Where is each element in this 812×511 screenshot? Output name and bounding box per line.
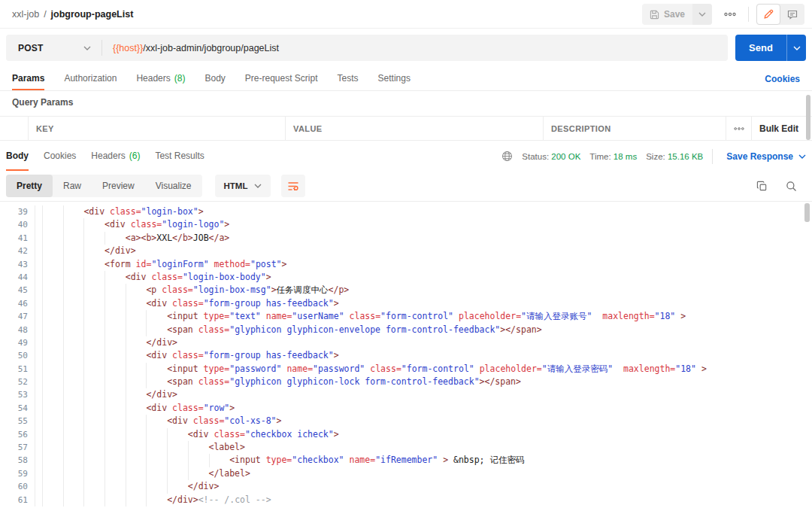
code-line: 40<div class="login-logo"> bbox=[0, 218, 812, 231]
line-number: 49 bbox=[0, 336, 35, 349]
save-button[interactable]: Save bbox=[642, 4, 692, 25]
column-header-key[interactable]: KEY bbox=[29, 117, 286, 140]
response-tab-test-results-label: Test Results bbox=[155, 151, 204, 161]
line-number: 61 bbox=[0, 494, 35, 506]
breadcrumb-collection[interactable]: xxl-job bbox=[12, 9, 39, 20]
tab-headers[interactable]: Headers(8) bbox=[136, 66, 185, 90]
breadcrumb-request-name[interactable]: jobgroup-pageList bbox=[51, 9, 134, 20]
tab-headers-label: Headers bbox=[136, 73, 170, 84]
response-tab-headers-label: Headers bbox=[91, 151, 125, 161]
breadcrumb-separator: / bbox=[44, 9, 46, 20]
bulk-edit-button[interactable]: Bulk Edit bbox=[752, 117, 812, 140]
response-section-header: Body Cookies Headers(6) Test Results Sta… bbox=[0, 141, 812, 171]
line-number: 55 bbox=[0, 415, 35, 427]
code-line: 45<p class="login-box-msg">任务调度中心</p> bbox=[0, 284, 812, 297]
response-tab-cookies[interactable]: Cookies bbox=[44, 141, 76, 171]
column-header-value[interactable]: VALUE bbox=[286, 117, 544, 140]
response-tab-body[interactable]: Body bbox=[6, 141, 29, 171]
tab-settings[interactable]: Settings bbox=[378, 66, 411, 90]
code-line: 49</div> bbox=[0, 336, 812, 349]
save-response-button[interactable]: Save Response bbox=[726, 151, 806, 162]
code-line: 39<div class="login-box"> bbox=[0, 205, 812, 218]
tab-params[interactable]: Params bbox=[12, 66, 44, 90]
response-meta: Status: 200 OK Time: 18 ms Size: 15.16 K… bbox=[501, 141, 806, 171]
pencil-icon bbox=[763, 9, 774, 20]
language-dropdown[interactable]: HTML bbox=[215, 175, 271, 197]
send-options-button[interactable] bbox=[786, 35, 806, 61]
line-number: 57 bbox=[0, 441, 35, 454]
response-tab-test-results[interactable]: Test Results bbox=[155, 141, 204, 171]
column-value-label: VALUE bbox=[293, 124, 322, 133]
tab-tests[interactable]: Tests bbox=[338, 66, 359, 90]
send-button[interactable]: Send bbox=[735, 35, 786, 61]
cookies-link[interactable]: Cookies bbox=[765, 66, 800, 91]
save-button-group: Save bbox=[642, 4, 712, 25]
scrollbar-thumb[interactable] bbox=[806, 95, 810, 140]
view-preview-button[interactable]: Preview bbox=[92, 175, 145, 197]
code-line: 51<input type="password" name="password"… bbox=[0, 363, 812, 376]
view-pretty-button[interactable]: Pretty bbox=[6, 175, 53, 197]
tab-tests-label: Tests bbox=[338, 73, 359, 84]
line-wrap-button[interactable] bbox=[281, 175, 305, 197]
code-line: 58<input type="checkbox" name="ifRemembe… bbox=[0, 454, 812, 467]
url-input[interactable]: {{host}}/xxl-job-admin/jobgroup/pageList bbox=[102, 43, 279, 53]
method-selector[interactable]: POST bbox=[6, 35, 102, 61]
line-number: 44 bbox=[0, 271, 35, 284]
bulk-edit-label: Bulk Edit bbox=[759, 123, 798, 134]
status-badge: Status: 200 OK bbox=[522, 152, 580, 161]
headers-count-badge: (8) bbox=[174, 73, 186, 84]
tab-pre-request-label: Pre-request Script bbox=[245, 73, 318, 84]
chevron-down-icon bbox=[254, 184, 262, 188]
chevron-down-icon bbox=[83, 46, 91, 50]
postman-app: xxl-job / jobgroup-pageList Save bbox=[0, 0, 812, 511]
code-scrollbar-thumb[interactable] bbox=[804, 203, 810, 222]
tab-pre-request-script[interactable]: Pre-request Script bbox=[245, 66, 318, 90]
save-response-label: Save Response bbox=[726, 151, 793, 162]
line-number: 50 bbox=[0, 349, 35, 362]
url-bar: POST {{host}}/xxl-job-admin/jobgroup/pag… bbox=[6, 35, 728, 61]
code-line: 60</div> bbox=[0, 480, 812, 493]
right-pane-toggle-group bbox=[756, 4, 804, 25]
documentation-edit-button[interactable] bbox=[756, 4, 780, 25]
response-body-actions bbox=[756, 171, 797, 201]
search-icon[interactable] bbox=[786, 181, 797, 192]
network-globe-icon[interactable] bbox=[501, 151, 513, 162]
response-tab-headers[interactable]: Headers(6) bbox=[91, 141, 140, 171]
code-line: 42</div> bbox=[0, 245, 812, 257]
line-number: 43 bbox=[0, 258, 35, 271]
more-options-button[interactable] bbox=[720, 4, 741, 25]
comments-button[interactable] bbox=[780, 4, 804, 25]
response-tabs: Body Cookies Headers(6) Test Results bbox=[6, 141, 205, 171]
view-raw-label: Raw bbox=[63, 181, 81, 191]
column-header-description[interactable]: DESCRIPTION bbox=[544, 117, 726, 140]
line-number: 56 bbox=[0, 428, 35, 441]
line-number: 59 bbox=[0, 467, 35, 480]
tab-body-label: Body bbox=[205, 73, 225, 84]
query-params-title: Query Params bbox=[12, 97, 73, 108]
line-number: 60 bbox=[0, 480, 35, 493]
time-badge: Time: 18 ms bbox=[589, 152, 637, 161]
code-line: 44<div class="login-box-body"> bbox=[0, 271, 812, 284]
line-number: 42 bbox=[0, 245, 35, 257]
save-options-button[interactable] bbox=[692, 4, 712, 25]
tab-body[interactable]: Body bbox=[205, 66, 225, 90]
text-wrap-icon bbox=[287, 181, 299, 191]
size-badge: Size: 15.16 KB bbox=[646, 152, 703, 161]
topbar-actions: Save bbox=[642, 4, 804, 25]
url-variable: {{host}} bbox=[113, 43, 143, 53]
language-label: HTML bbox=[224, 181, 248, 190]
view-visualize-button[interactable]: Visualize bbox=[145, 175, 202, 197]
view-visualize-label: Visualize bbox=[156, 181, 192, 191]
tab-authorization[interactable]: Authorization bbox=[64, 66, 117, 90]
code-line: 41<a><b>XXL</b>JOB</a> bbox=[0, 232, 812, 245]
view-raw-button[interactable]: Raw bbox=[53, 175, 92, 197]
tab-authorization-label: Authorization bbox=[64, 73, 117, 84]
tab-params-label: Params bbox=[12, 73, 44, 84]
params-more-options-button[interactable] bbox=[726, 117, 752, 140]
response-body-code-viewer[interactable]: 39<div class="login-box">40<div class="l… bbox=[0, 201, 812, 511]
copy-button[interactable] bbox=[756, 181, 768, 192]
response-tab-cookies-label: Cookies bbox=[44, 151, 76, 161]
column-description-label: DESCRIPTION bbox=[551, 124, 611, 133]
more-options-icon bbox=[734, 126, 744, 131]
code-line: 55<div class="col-xs-8"> bbox=[0, 415, 812, 427]
